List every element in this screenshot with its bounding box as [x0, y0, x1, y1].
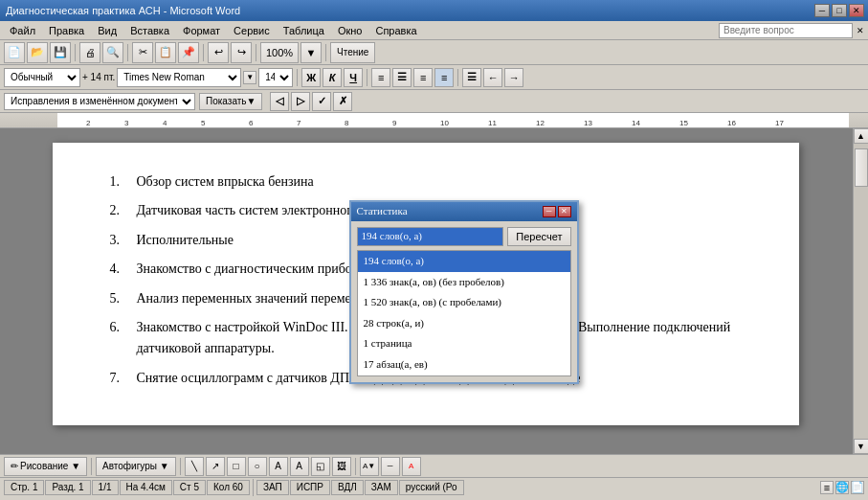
autoshapes-button[interactable]: Автофигуры ▼	[96, 457, 176, 476]
copy-button[interactable]: 📋	[155, 42, 176, 63]
minimize-button[interactable]: ─	[814, 4, 830, 17]
normal-view-button[interactable]: ≡	[820, 481, 834, 494]
stats-dropdown: 194 слов(о, а) 1 336 знак(а, ов) (без пр…	[357, 250, 571, 376]
accept-button[interactable]: ✓	[312, 92, 331, 111]
font-size-select[interactable]: 14	[258, 68, 293, 87]
zoom-dropdown[interactable]: ▼	[300, 42, 322, 63]
line-color-tool[interactable]: ─	[381, 457, 400, 476]
search-area: ✕	[719, 23, 864, 38]
align-center-button[interactable]: ☰	[392, 68, 412, 87]
track-mode-select[interactable]: Исправления в изменённом документе	[4, 93, 195, 110]
dropdown-item-1[interactable]: 1 336 знак(а, ов) (без пробелов)	[358, 272, 570, 293]
italic-button[interactable]: К	[323, 68, 342, 87]
cut-button[interactable]: ✂	[132, 42, 153, 63]
draw-label: Рисование ▼	[20, 461, 80, 471]
menu-view[interactable]: Вид	[92, 23, 122, 38]
vertical-scrollbar[interactable]: ▲ ▼	[853, 128, 868, 454]
next-change-button[interactable]: ▷	[291, 92, 310, 111]
toolbar-sep-5	[325, 44, 326, 61]
font-color-tool[interactable]: A	[402, 457, 421, 476]
align-left-button[interactable]: ≡	[371, 68, 390, 87]
menu-insert[interactable]: Вставка	[124, 23, 175, 38]
toolbar-sep-2	[127, 44, 128, 61]
menu-help[interactable]: Справка	[369, 23, 422, 38]
window-controls: ─ □ ✕	[814, 4, 864, 17]
indent-right-button[interactable]: →	[504, 68, 523, 87]
dropdown-item-2[interactable]: 1 520 знак(а, ов) (с пробелами)	[358, 292, 570, 313]
fill-color-tool[interactable]: A▼	[360, 457, 379, 476]
status-sep	[253, 479, 254, 496]
draw-icon: ✏	[11, 461, 18, 471]
menu-table[interactable]: Таблица	[278, 23, 330, 38]
zoom-select[interactable]: 100%	[260, 42, 299, 63]
text-tool[interactable]: A	[269, 457, 288, 476]
scroll-up-button[interactable]: ▲	[854, 128, 869, 144]
replace-status: ЗАМ	[365, 480, 398, 495]
open-button[interactable]: 📂	[27, 42, 48, 63]
paste-button[interactable]: 📌	[178, 42, 199, 63]
recalc-button[interactable]: Пересчет	[507, 227, 570, 246]
statistics-dialog: Статистика ─ ✕ 194 слов(о, а) Пересчет 1…	[349, 200, 579, 384]
redo-button[interactable]: ↪	[231, 42, 252, 63]
draw-button[interactable]: ✏ Рисование ▼	[4, 457, 87, 476]
save-button[interactable]: 💾	[50, 42, 71, 63]
maximize-button[interactable]: □	[832, 4, 847, 17]
print-view-button[interactable]: 📄	[851, 481, 864, 494]
dialog-pin-button[interactable]: ─	[543, 206, 556, 217]
undo-button[interactable]: ↩	[208, 42, 229, 63]
shadow-tool[interactable]: ◱	[311, 457, 330, 476]
ruler-mark-11: 12	[536, 119, 545, 127]
ruler-mark-4: 5	[201, 119, 205, 127]
section-status: Разд. 1	[45, 480, 90, 495]
scroll-down-button[interactable]: ▼	[854, 439, 869, 454]
scroll-thumb[interactable]	[855, 148, 868, 187]
dropdown-item-3[interactable]: 28 строк(а, и)	[358, 313, 570, 334]
dialog-close-button[interactable]: ✕	[558, 206, 571, 217]
search-input[interactable]	[719, 23, 853, 38]
scroll-track[interactable]	[854, 144, 868, 439]
bold-button[interactable]: Ж	[301, 68, 321, 87]
prev-change-button[interactable]: ◁	[270, 92, 289, 111]
wordart-tool[interactable]: A	[290, 457, 309, 476]
show-button[interactable]: Показать▼	[199, 93, 262, 110]
reject-button[interactable]: ✗	[333, 92, 352, 111]
clipart-tool[interactable]: 🖼	[332, 457, 351, 476]
underline-button[interactable]: Ч	[344, 68, 363, 87]
menu-window[interactable]: Окно	[332, 23, 368, 38]
close-button[interactable]: ✕	[849, 4, 864, 17]
style-select[interactable]: Обычный	[4, 68, 80, 87]
preview-button[interactable]: 🔍	[102, 42, 123, 63]
indent-left-button[interactable]: ←	[483, 68, 502, 87]
dropdown-item-4[interactable]: 1 страница	[358, 333, 570, 354]
new-button[interactable]: 📄	[4, 42, 25, 63]
web-view-button[interactable]: 🌐	[835, 481, 849, 494]
align-justify-button[interactable]: ≡	[434, 68, 454, 87]
dropdown-item-5[interactable]: 17 абзац(а, ев)	[358, 354, 570, 375]
dropdown-item-0[interactable]: 194 слов(о, а)	[358, 251, 570, 272]
rect-tool[interactable]: □	[227, 457, 246, 476]
dialog-controls: ─ ✕	[543, 206, 571, 217]
toolbar-sep-1	[75, 44, 76, 61]
menu-format[interactable]: Формат	[177, 23, 226, 38]
arrow-tool[interactable]: ↗	[206, 457, 225, 476]
menu-tools[interactable]: Сервис	[228, 23, 276, 38]
align-right-button[interactable]: ≡	[413, 68, 433, 87]
font-dropdown-arrow[interactable]: ▼	[243, 71, 256, 84]
read-button[interactable]: Чтение	[330, 42, 375, 63]
ellipse-tool[interactable]: ○	[248, 457, 267, 476]
print-button[interactable]: 🖨	[79, 42, 100, 63]
fix-status: ИСПР	[290, 480, 330, 495]
menu-bar: Файл Правка Вид Вставка Формат Сервис Та…	[0, 21, 868, 40]
extend-status: ВДЛ	[331, 480, 364, 495]
close-search-icon[interactable]: ✕	[857, 26, 864, 35]
menu-file[interactable]: Файл	[4, 23, 41, 38]
stats-combo[interactable]: 194 слов(о, а)	[357, 227, 504, 246]
line-tool[interactable]: ╲	[185, 457, 204, 476]
ruler-mark-3: 4	[163, 119, 167, 127]
list-button[interactable]: ☰	[462, 68, 481, 87]
list-number: 6.	[110, 317, 129, 360]
menu-edit[interactable]: Правка	[43, 23, 90, 38]
dialog-body: 194 слов(о, а) Пересчет 194 слов(о, а) 1…	[351, 221, 577, 382]
font-select[interactable]: Times New Roman	[117, 68, 241, 87]
autoshapes-label: Автофигуры ▼	[102, 461, 169, 471]
